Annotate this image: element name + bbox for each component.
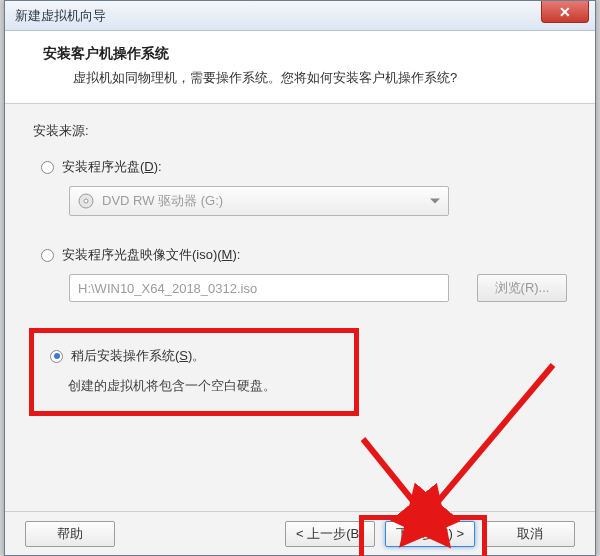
option-iso-file-label: 安装程序光盘映像文件(iso)(M):	[62, 246, 240, 264]
titlebar: 新建虚拟机向导 ✕	[5, 1, 595, 31]
window-title: 新建虚拟机向导	[15, 7, 106, 25]
option-iso-file[interactable]: 安装程序光盘映像文件(iso)(M):	[33, 246, 567, 264]
highlight-later-option: 稍后安装操作系统(S)。 创建的虚拟机将包含一个空白硬盘。	[29, 328, 359, 416]
wizard-window: 新建虚拟机向导 ✕ 安装客户机操作系统 虚拟机如同物理机，需要操作系统。您将如何…	[4, 0, 596, 556]
wizard-footer: 帮助 < 上一步(B) 下一步(N) > 取消	[5, 511, 595, 555]
iso-path-value: H:\WIN10_X64_2018_0312.iso	[78, 281, 257, 296]
browse-button[interactable]: 浏览(R)...	[477, 274, 567, 302]
page-subtitle: 虚拟机如同物理机，需要操作系统。您将如何安装客户机操作系统?	[43, 69, 567, 87]
page-title: 安装客户机操作系统	[43, 45, 567, 63]
install-later-hint: 创建的虚拟机将包含一个空白硬盘。	[50, 377, 338, 395]
dvd-icon	[78, 193, 94, 209]
radio-installer-disc[interactable]	[41, 161, 54, 174]
radio-iso-file[interactable]	[41, 249, 54, 262]
chevron-down-icon	[430, 199, 440, 204]
disc-drive-dropdown[interactable]: DVD RW 驱动器 (G:)	[69, 186, 449, 216]
install-source-label: 安装来源:	[33, 122, 567, 140]
svg-point-1	[84, 199, 88, 203]
radio-install-later[interactable]	[50, 350, 63, 363]
option-installer-disc[interactable]: 安装程序光盘(D):	[33, 158, 567, 176]
back-button[interactable]: < 上一步(B)	[285, 521, 375, 547]
option-install-later-label: 稍后安装操作系统(S)。	[71, 347, 205, 365]
next-button[interactable]: 下一步(N) >	[385, 521, 475, 547]
wizard-body: 安装来源: 安装程序光盘(D): DVD RW 驱动器 (G:) 安装程序光盘映…	[5, 104, 595, 518]
close-icon: ✕	[559, 4, 571, 20]
option-installer-disc-label: 安装程序光盘(D):	[62, 158, 162, 176]
iso-path-field[interactable]: H:\WIN10_X64_2018_0312.iso	[69, 274, 449, 302]
disc-drive-value: DVD RW 驱动器 (G:)	[102, 192, 223, 210]
wizard-header: 安装客户机操作系统 虚拟机如同物理机，需要操作系统。您将如何安装客户机操作系统?	[5, 31, 595, 104]
cancel-button[interactable]: 取消	[485, 521, 575, 547]
close-button[interactable]: ✕	[541, 1, 589, 23]
option-install-later[interactable]: 稍后安装操作系统(S)。	[50, 347, 338, 365]
help-button[interactable]: 帮助	[25, 521, 115, 547]
